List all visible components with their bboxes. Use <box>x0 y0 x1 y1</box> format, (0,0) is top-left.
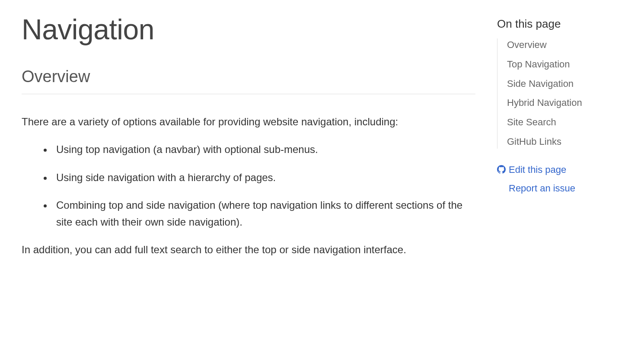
main-content: Navigation Overview There are a variety … <box>0 0 497 363</box>
toc-item-site-search[interactable]: Site Search <box>507 116 631 129</box>
action-links: Edit this page Report an issue <box>497 162 631 196</box>
right-sidebar: On this page Overview Top Navigation Sid… <box>497 0 644 363</box>
list-item: Using top navigation (a navbar) with opt… <box>53 141 475 158</box>
list-item: Using side navigation with a hierarchy o… <box>53 169 475 186</box>
toc-item-overview[interactable]: Overview <box>507 38 631 52</box>
report-an-issue-label: Report an issue <box>509 181 575 195</box>
toc-item-side-navigation[interactable]: Side Navigation <box>507 77 631 91</box>
toc-list: Overview Top Navigation Side Navigation … <box>497 38 631 149</box>
toc-item-hybrid-navigation[interactable]: Hybrid Navigation <box>507 96 631 110</box>
report-an-issue-link[interactable]: Report an issue <box>509 181 575 195</box>
bullet-list: Using top navigation (a navbar) with opt… <box>22 141 475 230</box>
closing-paragraph: In addition, you can add full text searc… <box>22 242 475 258</box>
edit-this-page-label: Edit this page <box>509 162 566 177</box>
toc-item-top-navigation[interactable]: Top Navigation <box>507 58 631 71</box>
toc-item-github-links[interactable]: GitHub Links <box>507 135 631 149</box>
intro-paragraph: There are a variety of options available… <box>22 114 475 130</box>
list-item: Combining top and side navigation (where… <box>53 197 475 230</box>
edit-this-page-link[interactable]: Edit this page <box>497 162 566 177</box>
github-icon <box>497 165 506 174</box>
toc-title: On this page <box>497 17 631 31</box>
section-heading-overview: Overview <box>22 67 475 94</box>
page-title: Navigation <box>22 13 475 46</box>
